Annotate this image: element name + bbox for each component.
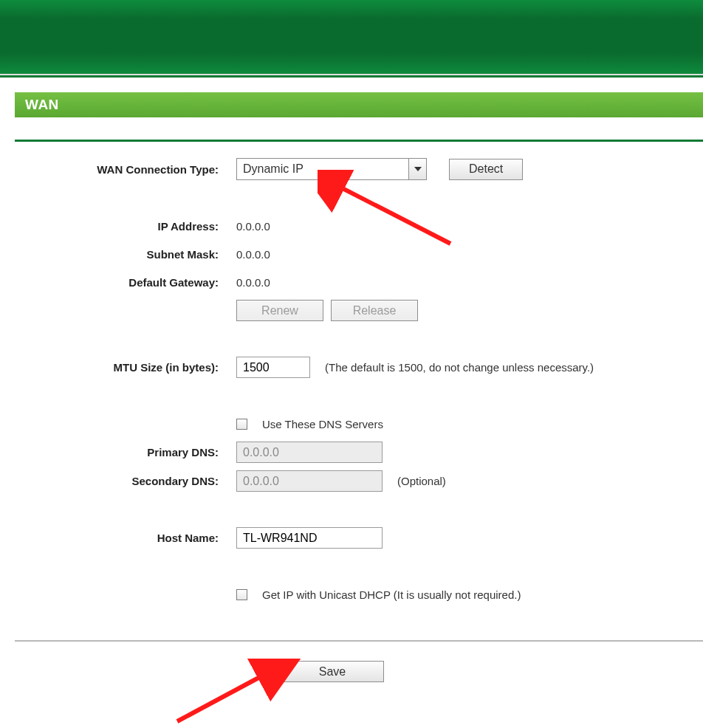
use-dns-label: Use These DNS Servers	[262, 418, 383, 430]
divider	[15, 640, 703, 642]
wan-conn-type-value: Dynamic IP	[237, 159, 408, 179]
renew-button[interactable]: Renew	[236, 300, 323, 321]
secondary-dns-optional: (Optional)	[397, 475, 446, 487]
subnet-mask-label: Subnet Mask:	[15, 248, 236, 261]
secondary-dns-label: Secondary DNS:	[15, 475, 236, 487]
top-banner	[0, 0, 703, 78]
svg-marker-0	[414, 167, 422, 171]
ip-address-value: 0.0.0.0	[236, 220, 703, 233]
mtu-size-label: MTU Size (in bytes):	[15, 361, 236, 374]
chevron-down-icon[interactable]	[408, 159, 426, 179]
detect-button[interactable]: Detect	[449, 159, 523, 180]
wan-conn-type-select[interactable]: Dynamic IP	[236, 158, 427, 180]
subnet-mask-value: 0.0.0.0	[236, 248, 703, 261]
mtu-size-input[interactable]	[236, 357, 310, 378]
mtu-note: (The default is 1500, do not change unle…	[325, 361, 594, 374]
save-button[interactable]: Save	[281, 661, 384, 682]
divider	[15, 140, 703, 142]
use-dns-checkbox[interactable]	[236, 419, 247, 430]
release-button[interactable]: Release	[331, 300, 418, 321]
host-name-input[interactable]	[236, 527, 383, 549]
ip-address-label: IP Address:	[15, 220, 236, 233]
unicast-dhcp-label: Get IP with Unicast DHCP (It is usually …	[262, 588, 521, 601]
default-gateway-value: 0.0.0.0	[236, 276, 703, 289]
secondary-dns-input	[236, 470, 383, 492]
section-title: WAN	[15, 92, 703, 117]
primary-dns-label: Primary DNS:	[15, 446, 236, 459]
unicast-dhcp-checkbox[interactable]	[236, 589, 247, 600]
primary-dns-input	[236, 442, 383, 463]
default-gateway-label: Default Gateway:	[15, 276, 236, 289]
wan-conn-type-label: WAN Connection Type:	[15, 163, 236, 176]
host-name-label: Host Name:	[15, 532, 236, 544]
